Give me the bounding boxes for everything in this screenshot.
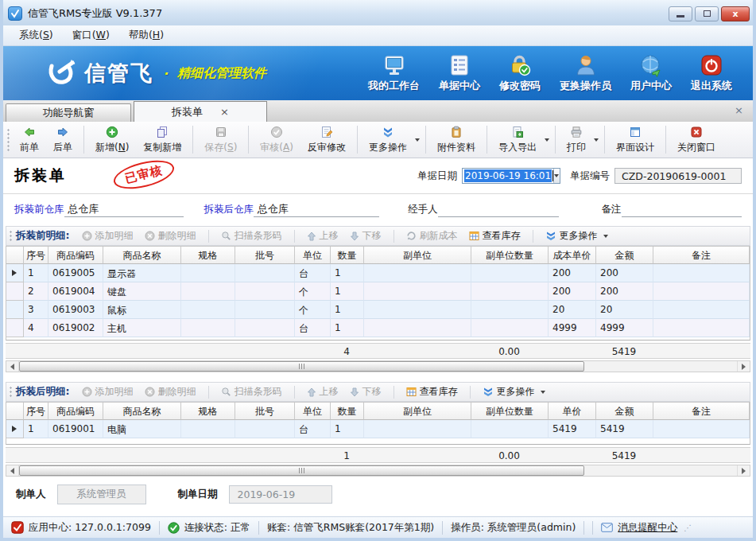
table-cell[interactable]: 20 bbox=[596, 301, 653, 319]
table-cell[interactable]: 台 bbox=[295, 319, 331, 337]
table-cell[interactable]: 主机 bbox=[103, 319, 181, 337]
more-actions-button[interactable]: 更多操作 bbox=[362, 122, 421, 158]
resize-grip-icon[interactable]: ⋰ bbox=[684, 523, 692, 532]
nav-exit-system[interactable]: 退出系统 bbox=[691, 53, 732, 93]
header-cell[interactable]: 序号 bbox=[24, 403, 48, 420]
scroll-left-arrow-icon[interactable] bbox=[6, 465, 19, 476]
header-cell[interactable]: 序号 bbox=[24, 247, 48, 264]
table-cell[interactable]: 1 bbox=[24, 420, 48, 438]
table-cell[interactable]: 个 bbox=[295, 301, 331, 319]
table-cell[interactable] bbox=[364, 264, 471, 282]
table-cell[interactable]: 4999 bbox=[549, 319, 596, 337]
next-doc-button[interactable]: 后单 bbox=[46, 122, 79, 158]
table-cell[interactable] bbox=[471, 301, 549, 319]
more-detail-actions-button[interactable]: 更多操作 bbox=[480, 383, 548, 400]
table-cell[interactable]: 显示器 bbox=[103, 264, 181, 282]
table-cell[interactable]: 个 bbox=[295, 282, 331, 301]
header-cell[interactable]: 规格 bbox=[181, 403, 235, 420]
header-cell[interactable]: 单价 bbox=[549, 403, 596, 420]
scrollbar-thumb[interactable] bbox=[19, 361, 584, 372]
view-stock-button[interactable]: 查看库存 bbox=[404, 383, 460, 400]
attachment-button[interactable]: 附件资料 bbox=[430, 122, 483, 158]
table-cell[interactable]: 键盘 bbox=[103, 282, 181, 301]
table-cell[interactable]: 0619001 bbox=[48, 420, 103, 438]
header-cell[interactable]: 副单位数量 bbox=[471, 403, 549, 420]
row-selector[interactable] bbox=[6, 420, 24, 438]
scrollbar-thumb[interactable] bbox=[19, 465, 584, 476]
table-cell[interactable] bbox=[653, 420, 750, 438]
table-cell[interactable]: 0619005 bbox=[48, 264, 103, 282]
header-cell[interactable]: 备注 bbox=[653, 403, 750, 420]
table-row[interactable]: 10619001电脑台154195419 bbox=[6, 420, 750, 438]
maximize-button[interactable] bbox=[695, 6, 719, 21]
header-cell[interactable]: 商品名称 bbox=[103, 403, 181, 420]
header-cell[interactable]: 副单位 bbox=[364, 247, 471, 264]
nav-change-password[interactable]: 修改密码 bbox=[499, 53, 541, 93]
table-cell[interactable]: 5419 bbox=[549, 420, 596, 438]
header-cell[interactable]: 副单位 bbox=[364, 403, 471, 420]
table-cell[interactable] bbox=[181, 319, 235, 337]
import-export-button[interactable]: 导入导出 bbox=[491, 122, 551, 158]
table-cell[interactable] bbox=[364, 420, 471, 438]
header-cell[interactable]: 商品编码 bbox=[48, 247, 103, 264]
table-cell[interactable] bbox=[471, 264, 549, 282]
menu-system[interactable]: 系统(S) bbox=[10, 25, 63, 45]
table-cell[interactable] bbox=[235, 301, 295, 319]
nav-switch-operator[interactable]: 更换操作员 bbox=[560, 53, 611, 93]
header-cell[interactable]: 商品编码 bbox=[48, 403, 103, 420]
table-cell[interactable]: 1 bbox=[24, 264, 48, 282]
header-cell[interactable]: 数量 bbox=[331, 247, 364, 264]
table-cell[interactable]: 1 bbox=[331, 264, 364, 282]
tab-function-navigator[interactable]: 功能导航窗 bbox=[6, 103, 131, 122]
table-cell[interactable] bbox=[364, 319, 471, 337]
table-cell[interactable]: 0619003 bbox=[48, 301, 103, 319]
scroll-right-arrow-icon[interactable] bbox=[737, 361, 750, 372]
ui-design-button[interactable]: 界面设计 bbox=[609, 122, 661, 158]
view-stock-button[interactable]: 查看库存 bbox=[467, 228, 523, 244]
table-cell[interactable] bbox=[235, 420, 295, 438]
header-cell[interactable]: 备注 bbox=[653, 247, 750, 264]
new-button[interactable]: 新增(N) bbox=[88, 122, 136, 158]
table-cell[interactable]: 4999 bbox=[596, 319, 653, 337]
header-cell[interactable]: 规格 bbox=[181, 247, 235, 264]
header-cell[interactable]: 成本单价 bbox=[549, 247, 596, 264]
nav-document-center[interactable]: 单据中心 bbox=[439, 53, 480, 93]
table-cell[interactable] bbox=[653, 282, 750, 301]
row-selector[interactable] bbox=[6, 319, 24, 337]
row-selector[interactable] bbox=[6, 282, 24, 301]
table-cell[interactable] bbox=[181, 282, 235, 301]
table-cell[interactable]: 0619002 bbox=[48, 319, 103, 337]
scroll-right-arrow-icon[interactable] bbox=[737, 465, 750, 476]
table-cell[interactable]: 电脑 bbox=[103, 420, 181, 438]
doc-date-input[interactable]: 2019-06-19 16:01 bbox=[462, 168, 560, 184]
header-cell[interactable]: 数量 bbox=[331, 403, 364, 420]
tab-disassembly-order[interactable]: 拆装单 × bbox=[134, 101, 267, 122]
table-cell[interactable] bbox=[653, 264, 750, 282]
after-table-hscrollbar[interactable] bbox=[6, 465, 750, 477]
table-cell[interactable]: 3 bbox=[24, 301, 48, 319]
scrollbar-track[interactable] bbox=[584, 465, 737, 476]
table-cell[interactable]: 20 bbox=[549, 301, 596, 319]
header-cell[interactable]: 金额 bbox=[596, 247, 653, 264]
table-cell[interactable]: 200 bbox=[549, 282, 596, 301]
remark-field[interactable] bbox=[622, 202, 742, 217]
nav-my-workbench[interactable]: 我的工作台 bbox=[368, 53, 420, 93]
scrollbar-track[interactable] bbox=[584, 361, 737, 372]
header-cell[interactable]: 单位 bbox=[295, 247, 331, 264]
table-cell[interactable] bbox=[181, 264, 235, 282]
menu-window[interactable]: 窗口(W) bbox=[63, 25, 119, 45]
row-selector[interactable] bbox=[6, 301, 24, 319]
table-cell[interactable] bbox=[364, 282, 471, 301]
menu-help[interactable]: 帮助(H) bbox=[119, 25, 173, 45]
warehouse-before-field[interactable]: 总仓库 bbox=[64, 202, 184, 217]
table-cell[interactable] bbox=[471, 319, 549, 337]
table-cell[interactable]: 0619004 bbox=[48, 282, 103, 301]
before-table-hscrollbar[interactable] bbox=[6, 360, 750, 372]
table-row[interactable]: 20619004键盘个1200200 bbox=[6, 282, 750, 301]
prev-doc-button[interactable]: 前单 bbox=[13, 122, 46, 158]
table-row[interactable]: 10619005显示器台1200200 bbox=[6, 264, 750, 282]
table-cell[interactable]: 1 bbox=[331, 282, 364, 301]
table-row[interactable]: 40619002主机台149994999 bbox=[6, 319, 750, 337]
header-cell[interactable]: 单位 bbox=[295, 403, 331, 420]
table-cell[interactable]: 4 bbox=[24, 319, 48, 337]
